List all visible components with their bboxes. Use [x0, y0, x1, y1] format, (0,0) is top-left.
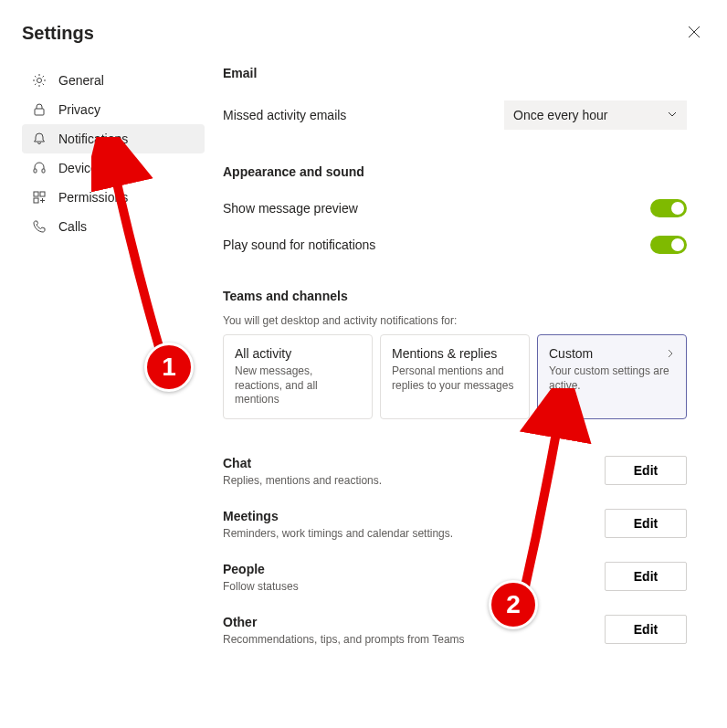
svg-rect-6	[34, 198, 38, 203]
svg-point-0	[37, 79, 42, 83]
content: Email Missed activity emails Once every …	[223, 66, 705, 657]
card-title: Custom	[549, 346, 675, 361]
svg-rect-1	[35, 109, 44, 115]
card-title: All activity	[235, 346, 361, 361]
section-name-meetings: Meetings	[223, 509, 453, 523]
annotation-badge-1: 1	[144, 343, 194, 392]
section-desc: Recommendations, tips, and prompts from …	[223, 633, 465, 646]
edit-chat-button[interactable]: Edit	[605, 456, 687, 485]
section-name-people: People	[223, 562, 299, 576]
close-icon	[688, 26, 701, 41]
bell-icon	[31, 131, 47, 147]
section-desc: Replies, mentions and reactions.	[223, 474, 382, 487]
sidebar-item-general[interactable]: General	[22, 66, 205, 95]
edit-other-button[interactable]: Edit	[605, 615, 687, 644]
section-heading-teams: Teams and channels	[223, 289, 687, 303]
sidebar-item-devices[interactable]: Devices	[22, 153, 205, 183]
missed-emails-label: Missed activity emails	[223, 108, 346, 122]
edit-meetings-button[interactable]: Edit	[605, 509, 687, 538]
sidebar-item-calls[interactable]: Calls	[22, 212, 205, 241]
permissions-icon	[31, 189, 47, 206]
sidebar-item-permissions[interactable]: Permissions	[22, 183, 205, 212]
svg-rect-3	[42, 169, 45, 173]
card-custom[interactable]: Custom Your custom settings are active.	[537, 334, 687, 419]
sidebar-item-notifications[interactable]: Notifications	[22, 124, 205, 153]
edit-people-button[interactable]: Edit	[605, 562, 687, 591]
gear-icon	[31, 72, 47, 89]
teams-desc: You will get desktop and activity notifi…	[223, 314, 687, 327]
sidebar-item-label: Permissions	[58, 190, 128, 205]
section-name-other: Other	[223, 615, 465, 629]
sound-toggle[interactable]	[650, 236, 687, 254]
sidebar-item-privacy[interactable]: Privacy	[22, 95, 205, 124]
close-button[interactable]	[683, 22, 705, 44]
card-title: Mentions & replies	[392, 346, 518, 361]
headset-icon	[31, 160, 47, 176]
chevron-right-icon	[666, 346, 675, 361]
chevron-down-icon	[667, 108, 678, 122]
preview-label: Show message preview	[223, 201, 358, 216]
dropdown-value: Once every hour	[513, 108, 608, 122]
lock-icon	[31, 101, 47, 118]
phone-icon	[31, 218, 47, 235]
card-desc: Personal mentions and replies to your me…	[392, 364, 518, 393]
sidebar-item-label: Notifications	[58, 132, 128, 146]
section-desc: Reminders, work timings and calendar set…	[223, 527, 453, 540]
card-desc: New messages, reactions, and all mention…	[235, 364, 361, 407]
svg-rect-2	[34, 169, 37, 173]
sidebar-item-label: Calls	[58, 219, 87, 234]
section-heading-appearance: Appearance and sound	[223, 164, 687, 179]
section-desc: Follow statuses	[223, 580, 299, 593]
missed-emails-dropdown[interactable]: Once every hour	[504, 100, 687, 130]
sidebar-item-label: General	[58, 73, 104, 88]
card-desc: Your custom settings are active.	[549, 364, 675, 393]
page-title: Settings	[22, 23, 94, 44]
sound-label: Play sound for notifications	[223, 237, 375, 252]
section-heading-email: Email	[223, 66, 687, 80]
svg-rect-5	[40, 192, 45, 196]
card-mentions-replies[interactable]: Mentions & replies Personal mentions and…	[380, 334, 530, 419]
preview-toggle[interactable]	[650, 199, 687, 217]
sidebar-item-label: Devices	[58, 161, 104, 175]
sidebar-item-label: Privacy	[58, 102, 100, 117]
svg-rect-4	[34, 192, 38, 196]
annotation-badge-2: 2	[489, 580, 538, 629]
card-all-activity[interactable]: All activity New messages, reactions, an…	[223, 334, 373, 419]
section-name-chat: Chat	[223, 456, 382, 470]
